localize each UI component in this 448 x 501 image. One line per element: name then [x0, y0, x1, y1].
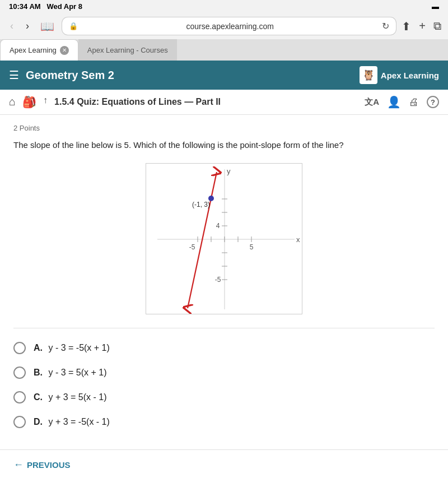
svg-text:4: 4 — [216, 222, 220, 230]
radio-a[interactable] — [13, 342, 26, 354]
answer-divider — [13, 328, 435, 328]
app-header: ☰ Geometry Sem 2 🦉 Apex Learning — [0, 61, 448, 90]
back-button[interactable]: ‹ — [7, 19, 17, 33]
new-tab-icon[interactable]: + — [419, 20, 426, 33]
choice-b-text: B. y - 3 = 5(x + 1) — [34, 368, 107, 378]
radio-b[interactable] — [13, 367, 26, 379]
forward-button[interactable]: › — [22, 19, 32, 33]
tabs-icon[interactable]: ⧉ — [433, 20, 441, 33]
reload-icon[interactable]: ↻ — [382, 21, 389, 31]
browser-actions: ⬆ + ⧉ — [402, 20, 441, 33]
breadcrumb-icons: ⌂ 🎒 ↑ — [9, 95, 48, 109]
bottom-nav: ← PREVIOUS — [0, 449, 448, 482]
graph-svg: x y -5 5 4 -5 — [146, 164, 302, 314]
tab-apex-learning[interactable]: Apex Learning ✕ — [0, 39, 78, 61]
print-icon[interactable]: 🖨 — [409, 96, 419, 108]
radio-c[interactable] — [13, 391, 26, 403]
translate-icon[interactable]: 文A — [365, 97, 379, 108]
choice-c[interactable]: C. y + 3 = 5(x - 1) — [13, 391, 435, 403]
quiz-title-area: 1.5.4 Quiz: Equations of Lines — Part II — [54, 97, 221, 107]
graph-container: x y -5 5 4 -5 — [13, 163, 435, 314]
url-bar[interactable]: 🔒 course.apexlearning.com ↻ — [62, 17, 396, 35]
tab-apex-courses[interactable]: Apex Learning - Courses — [78, 39, 177, 61]
svg-text:5: 5 — [250, 243, 254, 251]
app-header-left: ☰ Geometry Sem 2 — [9, 68, 114, 82]
home-icon[interactable]: ⌂ — [9, 95, 16, 109]
tab-label-2: Apex Learning - Courses — [87, 46, 168, 54]
choice-b[interactable]: B. y - 3 = 5(x + 1) — [13, 367, 435, 379]
accessibility-icon[interactable]: 👤 — [387, 95, 401, 109]
apex-owl-icon: 🦉 — [360, 66, 377, 84]
app-title: Geometry Sem 2 — [26, 69, 114, 82]
choice-d[interactable]: D. y + 3 = -5(x - 1) — [13, 416, 435, 428]
radio-d[interactable] — [13, 416, 26, 428]
svg-text:-5: -5 — [215, 276, 221, 284]
status-signal: ▬ — [432, 2, 439, 11]
choice-a[interactable]: A. y - 3 = -5(x + 1) — [13, 342, 435, 354]
x-axis-label: x — [296, 235, 300, 244]
sub-header-right: 文A 👤 🖨 ? — [365, 95, 439, 109]
apex-logo: 🦉 Apex Learning — [360, 66, 439, 84]
browser-chrome: ‹ › 📖 🔒 course.apexlearning.com ↻ ⬆ + ⧉ — [0, 13, 448, 39]
svg-text:-5: -5 — [189, 243, 195, 251]
help-icon[interactable]: ? — [427, 96, 439, 108]
prev-arrow-icon: ← — [13, 459, 24, 471]
apex-logo-text: Apex Learning — [381, 71, 439, 80]
bookmarks-icon[interactable]: 📖 — [38, 20, 57, 33]
content-area: 2 Points The slope of the line below is … — [0, 115, 448, 449]
up-arrow-icon[interactable]: ↑ — [43, 95, 48, 109]
tab-label: Apex Learning — [10, 46, 57, 54]
sub-header-left: ⌂ 🎒 ↑ 1.5.4 Quiz: Equations of Lines — P… — [9, 95, 221, 109]
lock-icon: 🔒 — [69, 22, 78, 30]
question-text: The slope of the line below is 5. Which … — [13, 139, 435, 152]
previous-button[interactable]: ← PREVIOUS — [13, 459, 71, 471]
status-bar: 10:34 AM Wed Apr 8 ▬ — [0, 0, 448, 13]
svg-line-17 — [188, 172, 217, 308]
choice-d-text: D. y + 3 = -5(x - 1) — [34, 417, 110, 427]
previous-label: PREVIOUS — [27, 460, 71, 470]
graph-box: x y -5 5 4 -5 — [146, 163, 302, 314]
status-time: 10:34 AM Wed Apr 8 — [9, 2, 82, 11]
quiz-title: Equations of Lines — Part II — [102, 97, 221, 106]
choice-a-text: A. y - 3 = -5(x + 1) — [34, 343, 110, 353]
svg-text:(-1, 3): (-1, 3) — [192, 201, 210, 208]
tab-bar: Apex Learning ✕ Apex Learning - Courses — [0, 39, 448, 61]
briefcase-icon[interactable]: 🎒 — [22, 95, 36, 109]
share-icon[interactable]: ⬆ — [402, 20, 411, 33]
quiz-info: 1.5.4 Quiz: — [54, 97, 99, 106]
hamburger-menu-icon[interactable]: ☰ — [9, 68, 19, 82]
sub-header: ⌂ 🎒 ↑ 1.5.4 Quiz: Equations of Lines — P… — [0, 90, 448, 115]
choice-c-text: C. y + 3 = 5(x - 1) — [34, 392, 107, 402]
y-axis-label: y — [227, 167, 231, 175]
answer-choices: A. y - 3 = -5(x + 1) B. y - 3 = 5(x + 1)… — [13, 342, 435, 428]
tab-close-button[interactable]: ✕ — [60, 46, 69, 55]
url-text: course.apexlearning.com — [81, 22, 379, 31]
points-label: 2 Points — [13, 124, 435, 132]
